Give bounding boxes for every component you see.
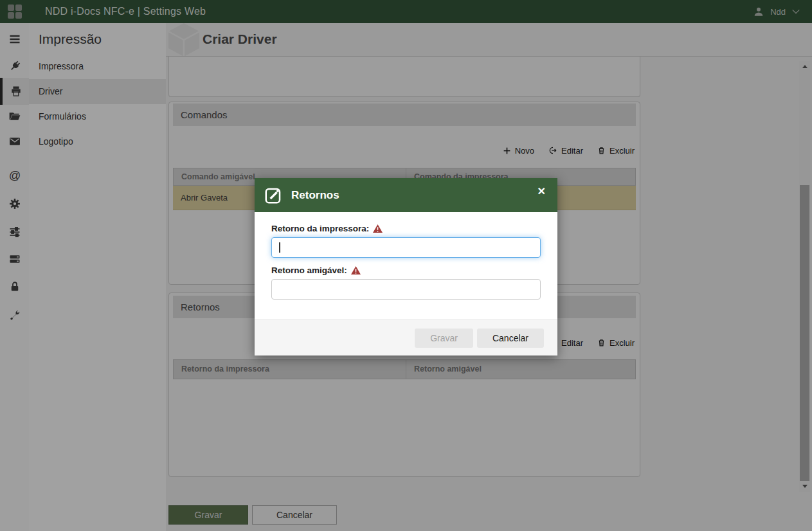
app-window: NDD i-Docs NFC-e | Settings Web Ndd	[0, 0, 812, 531]
retorno-amigavel-input[interactable]	[271, 279, 541, 300]
label-text: Retorno amigável:	[271, 266, 347, 275]
warning-icon	[373, 224, 383, 233]
edit-pencil-icon	[264, 186, 283, 205]
modal-footer: Gravar Cancelar	[255, 320, 557, 356]
label-text: Retorno da impressora:	[271, 224, 369, 233]
modal-title: Retornos	[291, 189, 339, 202]
retornos-modal: Retornos ✕ Retorno da impressora: Retorn…	[255, 178, 557, 356]
field-label-retorno-impressora: Retorno da impressora:	[271, 224, 541, 233]
modal-header: Retornos ✕	[255, 178, 557, 212]
modal-gravar-button[interactable]: Gravar	[415, 328, 473, 348]
modal-body: Retorno da impressora: Retorno amigável:	[255, 212, 557, 300]
retorno-impressora-input[interactable]	[271, 237, 541, 258]
field-label-retorno-amigavel: Retorno amigável:	[271, 266, 541, 275]
modal-cancelar-button[interactable]: Cancelar	[477, 328, 544, 348]
close-icon[interactable]: ✕	[535, 184, 548, 199]
warning-icon	[351, 266, 361, 274]
text-caret	[279, 242, 280, 253]
